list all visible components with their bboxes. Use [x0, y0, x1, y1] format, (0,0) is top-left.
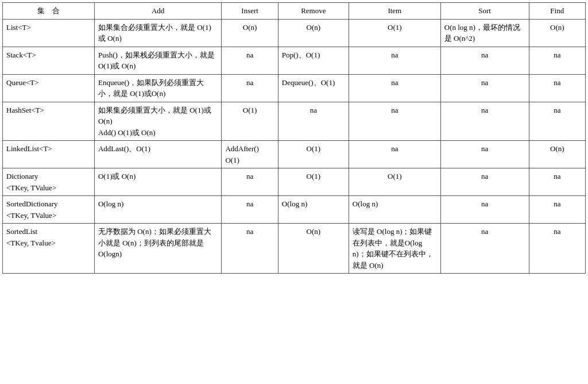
cell-find: na [529, 102, 585, 141]
cell-sort: na [440, 196, 529, 224]
cell-remove: Dequeue()、O(1) [278, 74, 349, 102]
cell-item: na [349, 47, 440, 74]
cell-find: O(n) [529, 19, 585, 47]
cell-add: 无序数据为 O(n)；如果必须重置大小就是 O(n)；到列表的尾部就是 O(lo… [94, 224, 221, 274]
cell-sort: na [440, 47, 529, 74]
cell-item: O(1) [349, 168, 440, 196]
cell-add: Enqueue()，如果队列必须重置大小，就是 O(1)或O(n) [94, 74, 221, 102]
cell-collection: List<T> [3, 19, 95, 47]
header-find: Find [529, 3, 585, 20]
cell-remove: O(n) [278, 224, 349, 274]
cell-find: O(n) [529, 141, 585, 168]
cell-insert: AddAfter() O(1) [222, 141, 278, 168]
cell-sort: na [440, 74, 529, 102]
cell-add: 如果集合必须重置大小，就是 O(1)或 O(n) [94, 19, 221, 47]
cell-item: na [349, 141, 440, 168]
cell-item: O(1) [349, 19, 440, 47]
table-row: HashSet<T> 如果集必须重置大小，就是 O(1)或 O(n)Add() … [3, 102, 586, 141]
cell-add: O(1)或 O(n) [94, 168, 221, 196]
table-row: List<T> 如果集合必须重置大小，就是 O(1)或 O(n) O(n) O(… [3, 19, 586, 47]
cell-add: 如果集必须重置大小，就是 O(1)或 O(n)Add() O(1)或 O(n) [94, 102, 221, 141]
main-container: 集 合 Add Insert Remove Item Sort Find Lis… [0, 0, 588, 384]
cell-insert: O(n) [222, 19, 278, 47]
header-insert: Insert [222, 3, 278, 20]
cell-item: O(log n) [349, 196, 440, 224]
cell-collection: Dictionary<TKey, TValue> [3, 168, 95, 196]
cell-collection: Stack<T> [3, 47, 95, 74]
cell-collection: LinkedList<T> [3, 141, 95, 168]
cell-find: na [529, 47, 585, 74]
cell-sort: na [440, 224, 529, 274]
cell-insert: na [222, 47, 278, 74]
cell-remove: O(1) [278, 168, 349, 196]
cell-remove: O(log n) [278, 196, 349, 224]
cell-remove: na [278, 102, 349, 141]
cell-find: na [529, 168, 585, 196]
cell-insert: na [222, 168, 278, 196]
header-sort: Sort [440, 3, 529, 20]
cell-insert: na [222, 224, 278, 274]
header-row: 集 合 Add Insert Remove Item Sort Find [3, 3, 586, 20]
cell-insert: O(1) [222, 102, 278, 141]
cell-sort: O(n log n)，最坏的情况是 O(n^2) [440, 19, 529, 47]
cell-collection: SortedList<TKey, Tvalue> [3, 224, 95, 274]
table-row: SortedList<TKey, Tvalue> 无序数据为 O(n)；如果必须… [3, 224, 586, 274]
cell-add: O(log n) [94, 196, 221, 224]
header-item: Item [349, 3, 440, 20]
table-row: LinkedList<T> AddLast()、O(1) AddAfter() … [3, 141, 586, 168]
cell-sort: na [440, 102, 529, 141]
table-row: SortedDictionary<TKey, TValue> O(log n) … [3, 196, 586, 224]
cell-collection: HashSet<T> [3, 102, 95, 141]
cell-sort: na [440, 141, 529, 168]
table-row: Queue<T> Enqueue()，如果队列必须重置大小，就是 O(1)或O(… [3, 74, 586, 102]
cell-insert: na [222, 74, 278, 102]
complexity-table: 集 合 Add Insert Remove Item Sort Find Lis… [2, 2, 586, 274]
cell-collection: Queue<T> [3, 74, 95, 102]
cell-sort: na [440, 168, 529, 196]
cell-remove: O(1) [278, 141, 349, 168]
header-remove: Remove [278, 3, 349, 20]
header-add: Add [94, 3, 221, 20]
cell-remove: O(n) [278, 19, 349, 47]
cell-item: na [349, 102, 440, 141]
cell-add: Push()，如果栈必须重置大小，就是 O(1)或 O(n) [94, 47, 221, 74]
header-collection: 集 合 [3, 3, 95, 20]
cell-add: AddLast()、O(1) [94, 141, 221, 168]
cell-collection: SortedDictionary<TKey, TValue> [3, 196, 95, 224]
cell-insert: na [222, 196, 278, 224]
cell-item: 读写是 O(log n)；如果键在列表中，就是O(log n)；如果键不在列表中… [349, 224, 440, 274]
table-row: Dictionary<TKey, TValue> O(1)或 O(n) na O… [3, 168, 586, 196]
cell-find: na [529, 196, 585, 224]
cell-item: na [349, 74, 440, 102]
cell-find: na [529, 74, 585, 102]
table-row: Stack<T> Push()，如果栈必须重置大小，就是 O(1)或 O(n) … [3, 47, 586, 74]
cell-remove: Pop()、O(1) [278, 47, 349, 74]
cell-find: na [529, 224, 585, 274]
